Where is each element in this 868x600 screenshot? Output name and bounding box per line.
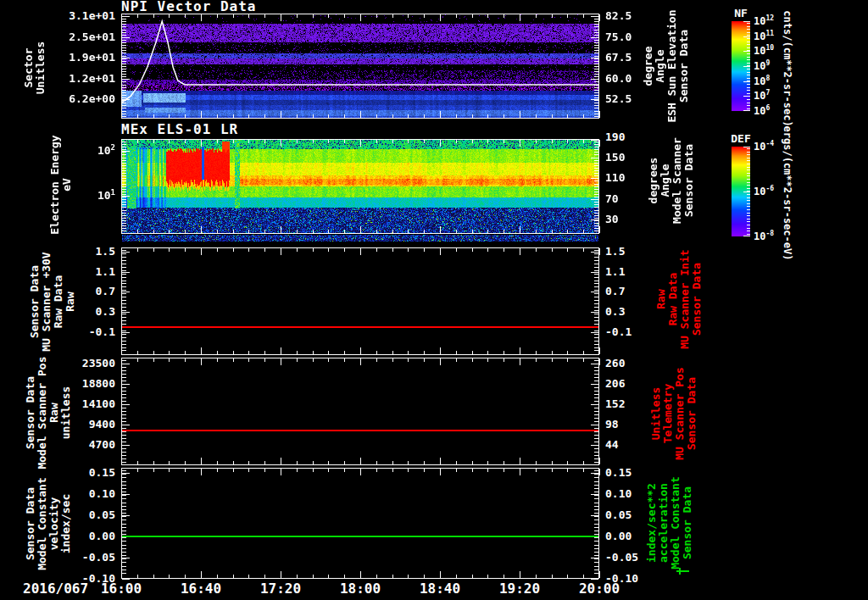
tick-mark [599, 347, 600, 354]
tick-mark [360, 111, 361, 118]
tick-mark [594, 192, 598, 192]
tick-mark [344, 114, 345, 118]
tick-mark [122, 154, 126, 155]
tick-mark [594, 573, 598, 574]
tick-mark [122, 481, 126, 482]
tick-mark [456, 351, 457, 354]
tick-mark [122, 92, 126, 93]
tick-mark [472, 114, 473, 118]
tick-mark [122, 377, 126, 378]
tick-mark [281, 226, 281, 233]
tick-mark [591, 312, 598, 313]
tick-mark [594, 414, 598, 415]
tick-mark [169, 14, 170, 18]
tick-mark [122, 252, 130, 253]
tick-mark [594, 391, 598, 392]
tick-mark [297, 358, 298, 362]
tick-mark [472, 575, 473, 578]
tick-mark [591, 58, 598, 58]
tick-mark [594, 337, 598, 338]
tick-mark [201, 226, 202, 233]
colorbar-tick-label: 10-6 [754, 186, 774, 197]
tick-mark [137, 248, 138, 252]
tick-mark [591, 199, 598, 200]
tick-mark [536, 114, 537, 118]
tick-mark [536, 14, 537, 18]
tick-mark [594, 317, 598, 318]
els-spectrogram-canvas [122, 140, 598, 233]
tick-mark [594, 360, 598, 361]
panel-model-constant-velocity [121, 468, 599, 579]
tick-mark [360, 140, 361, 147]
tick-mark [599, 469, 600, 475]
tick-mark [520, 140, 520, 147]
tick-mark [536, 469, 537, 472]
tick-mark [185, 351, 186, 354]
tick-mark [594, 90, 598, 91]
tick-mark [594, 477, 598, 478]
tick-mark [137, 358, 138, 362]
tick-mark [594, 307, 598, 308]
tick-mark [594, 21, 598, 22]
tick-mark [594, 66, 598, 67]
tick-mark [504, 358, 504, 362]
tick-mark [217, 14, 218, 18]
tick-mark [594, 421, 598, 422]
tick-mark [583, 575, 584, 578]
tick-mark [536, 248, 537, 252]
tick-mark [594, 394, 598, 395]
tick-mark [122, 99, 130, 100]
tick-mark [122, 270, 126, 271]
tick-mark [594, 545, 598, 546]
tick-mark [408, 230, 409, 233]
tick-mark [583, 140, 584, 143]
tick-mark [122, 189, 126, 190]
tick-mark [153, 469, 154, 472]
tick-mark [122, 477, 126, 478]
tick-mark [552, 469, 553, 472]
nf-colorbar-units: cnts/(cm**2-sr-sec) [781, 5, 793, 132]
tick-mark [594, 114, 598, 114]
tick-mark [567, 575, 568, 578]
tick-mark [594, 503, 598, 503]
tick-mark [122, 147, 126, 147]
tick-mark [185, 114, 186, 118]
tick-mark [122, 264, 126, 264]
tick-mark [594, 76, 598, 77]
tick-mark [153, 248, 154, 252]
tick-mark [122, 314, 126, 314]
tick-mark [594, 116, 598, 117]
tick-mark [169, 575, 170, 578]
tick-mark [153, 358, 154, 362]
tick-mark [392, 358, 393, 362]
tick-mark [472, 461, 473, 464]
tick-mark [487, 140, 488, 143]
tick-mark [153, 14, 154, 18]
tick-mark [594, 509, 598, 510]
tick-mark [594, 207, 598, 208]
x-tick-label: 18:40 [406, 581, 474, 597]
tick-mark [122, 462, 126, 463]
tick-mark [567, 351, 568, 354]
tick-mark [376, 140, 377, 143]
tick-mark [122, 394, 126, 395]
tick-mark [122, 184, 126, 185]
tick-mark [248, 461, 249, 464]
tick-mark [122, 414, 126, 415]
tick-mark [122, 160, 126, 161]
tick-mark [233, 351, 234, 354]
tick-mark [201, 347, 202, 354]
tick-mark [122, 228, 126, 229]
tick-mark [520, 111, 520, 118]
tick-mark [594, 297, 598, 297]
tick-mark [594, 95, 598, 96]
tick-mark [122, 474, 126, 475]
tick-mark [360, 248, 361, 255]
tick-mark [552, 230, 553, 233]
tick-mark [297, 114, 298, 118]
tick-mark [408, 248, 409, 252]
tick-mark [594, 310, 598, 311]
tick-mark [122, 50, 126, 51]
tick-mark [122, 411, 126, 412]
tick-mark [456, 140, 457, 143]
